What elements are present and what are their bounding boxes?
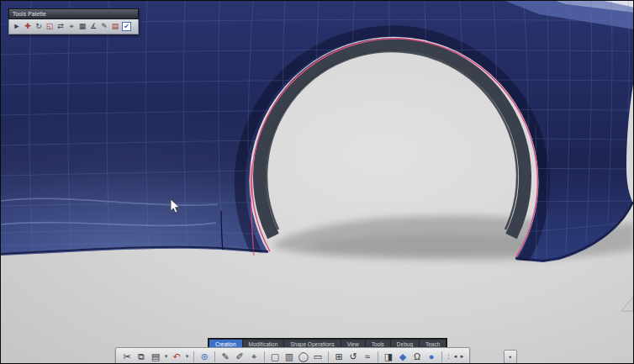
more-options-icon[interactable]: ⋮	[446, 348, 452, 364]
tools-palette-titlebar[interactable]: Tools Palette	[8, 8, 139, 19]
move-tool-icon[interactable]: ✚	[24, 22, 32, 31]
primitive-box-icon[interactable]: ▢	[268, 348, 282, 364]
extrude-icon[interactable]: ⊞	[332, 348, 346, 364]
primitive-circle-icon[interactable]: ◯	[297, 348, 310, 364]
toolbar-separator	[378, 351, 378, 362]
edit-curve-icon[interactable]: ✐	[233, 348, 246, 364]
toolbar-separator	[214, 351, 215, 362]
toolbar-separator	[328, 351, 329, 362]
toolbar-separator	[441, 351, 442, 362]
scale-tool-icon[interactable]: ◱	[45, 22, 54, 31]
brush-style-icon[interactable]: ⊛	[198, 348, 211, 364]
toolbar-separator	[264, 351, 265, 362]
application-window: Tools Palette ► ✚ ↻ ◱ ⇄ ⌖ ▦ ∡ ✎ ▤ ✔ Crea…	[0, 0, 634, 364]
measure-tool-icon[interactable]: ∡	[89, 22, 98, 31]
scroll-right-icon[interactable]: ▸	[459, 348, 465, 364]
annotate-tool-icon[interactable]: ✎	[100, 22, 108, 31]
mirror-tool-icon[interactable]: ⇄	[56, 22, 65, 31]
revolve-icon[interactable]: ↺	[346, 348, 360, 364]
select-tool-icon[interactable]: ►	[13, 22, 21, 31]
material-icon[interactable]: ◆	[396, 348, 409, 364]
project-curve-icon[interactable]: ⌖	[247, 348, 261, 364]
primitive-plane-icon[interactable]: ▭	[311, 348, 325, 364]
primitive-cylinder-icon[interactable]: ▥	[283, 348, 296, 364]
undo-dropdown-icon[interactable]: ▾	[184, 348, 190, 364]
paste-icon[interactable]: ▤	[149, 348, 162, 364]
grid-tool-icon[interactable]: ▦	[78, 22, 87, 31]
viewport-3d[interactable]	[1, 1, 634, 364]
palette-visibility-checkbox[interactable]: ✔	[122, 22, 131, 31]
copy-icon[interactable]: ⧉	[135, 348, 148, 364]
mirror-geometry-icon[interactable]: ◨	[382, 348, 395, 364]
loft-icon[interactable]: ≈	[361, 348, 374, 364]
draw-curve-icon[interactable]: ✎	[219, 348, 232, 364]
tools-palette-body: ► ✚ ↻ ◱ ⇄ ⌖ ▦ ∡ ✎ ▤ ✔	[8, 19, 139, 34]
ribbon-toolbar: ✂ ⧉ ▤ ▾ ↶ ▾ ⊛ ✎ ✐ ⌖ ▢ ▥ ◯ ▭ ⊞ ↺ ≈ ◨ ◆ Ω …	[115, 347, 470, 364]
tools-palette: Tools Palette ► ✚ ↻ ◱ ⇄ ⌖ ▦ ∡ ✎ ▤ ✔	[8, 8, 139, 34]
undo-icon[interactable]: ↶	[170, 348, 183, 364]
scroll-left-icon[interactable]: ◂	[452, 348, 458, 364]
layers-tool-icon[interactable]: ▤	[111, 22, 119, 31]
rotate-tool-icon[interactable]: ↻	[34, 22, 43, 31]
paste-dropdown-icon[interactable]: ▾	[163, 348, 169, 364]
magnet-snap-icon[interactable]: Ω	[410, 348, 424, 364]
snap-tool-icon[interactable]: ⌖	[67, 22, 76, 31]
shaded-display-icon[interactable]: ●	[425, 348, 438, 364]
cut-icon[interactable]: ✂	[120, 348, 134, 364]
toolbar-options-button[interactable]: ▪	[504, 350, 517, 364]
toolbar-separator	[193, 351, 194, 362]
